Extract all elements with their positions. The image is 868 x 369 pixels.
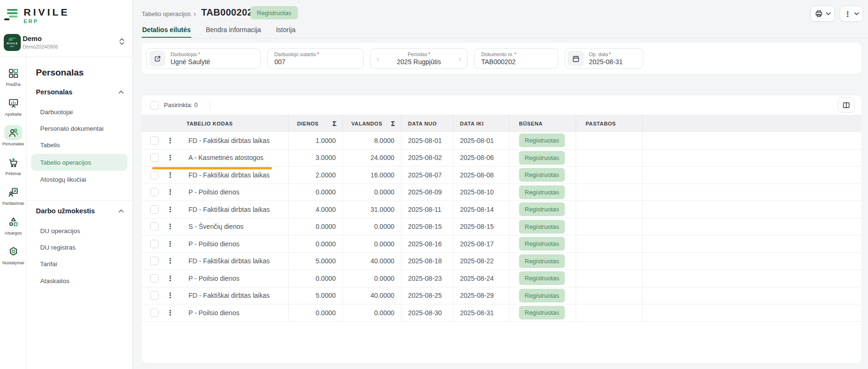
- workspace-code: Demo20240906: [23, 44, 58, 50]
- row-checkbox[interactable]: [150, 171, 159, 179]
- table-row[interactable]: ⋮FD - Faktiškai dirbtas laikas 1.0000 8.…: [142, 132, 861, 150]
- table-row[interactable]: ⋮P - Poilsio dienos 0.0000 0.0000 2025-0…: [142, 270, 861, 287]
- external-link-icon[interactable]: [149, 50, 165, 67]
- row-menu-icon[interactable]: ⋮: [167, 222, 173, 231]
- row-checkbox[interactable]: [150, 257, 159, 265]
- row-checkbox[interactable]: [150, 274, 159, 283]
- selected-count-label: Pasirinkta: 0: [164, 101, 198, 109]
- columns-toggle-button[interactable]: [838, 97, 855, 113]
- rail-item-nustatymai[interactable]: Nustatymai: [0, 244, 26, 274]
- row-data-iki: 2025-08-08: [453, 167, 509, 184]
- sum-icon[interactable]: Σ: [332, 120, 337, 127]
- col-data-nuo[interactable]: DATA NUO: [401, 115, 453, 132]
- rail-item-pirkimai[interactable]: Pirkimai: [0, 155, 26, 184]
- sidebar-section-darbo-uzmokestis[interactable]: Darbo užmokestis: [36, 205, 124, 217]
- calendar-icon[interactable]: [568, 50, 584, 67]
- rail-item-personalas[interactable]: Personalas: [0, 125, 26, 155]
- row-empty: [642, 167, 861, 184]
- row-valandos: 0.0000: [342, 235, 401, 252]
- row-checkbox[interactable]: [150, 309, 159, 317]
- row-menu-icon[interactable]: ⋮: [167, 309, 173, 317]
- rail-item-pardavimai[interactable]: Pardavimai: [0, 184, 26, 214]
- dokumento-nr-field[interactable]: Dokumento nr.* TAB000202: [474, 48, 558, 69]
- row-menu-icon[interactable]: ⋮: [167, 240, 173, 248]
- row-pastabos: [576, 287, 642, 304]
- col-data-iki[interactable]: DATA IKI: [453, 115, 509, 132]
- row-kodas: FD - Faktiškai dirbtas laikas: [188, 137, 270, 144]
- sidebar-item-du-registras[interactable]: DU registras: [31, 239, 128, 256]
- tab-istorija[interactable]: Istorija: [275, 23, 296, 38]
- menu-toggle-icon[interactable]: [4, 8, 19, 22]
- field-label: Periodas*: [371, 51, 467, 57]
- rail-item-atsargos[interactable]: Atsargos: [0, 214, 26, 244]
- op-data-field[interactable]: Op. data* 2025-08-31: [565, 48, 643, 69]
- sidebar-item-tabelio-operacijos[interactable]: Tabelio operacijos: [31, 154, 128, 171]
- row-menu-icon[interactable]: ⋮: [167, 291, 173, 300]
- table-row[interactable]: ⋮P - Poilsio dienos 0.0000 0.0000 2025-0…: [142, 304, 861, 322]
- col-pastabos[interactable]: PASTABOS: [576, 115, 642, 132]
- row-data-iki: 2025-08-29: [453, 287, 509, 304]
- col-dienos[interactable]: DIENOSΣ: [288, 115, 342, 132]
- sidebar-item-ataskaitos[interactable]: Ataskaitos: [31, 272, 128, 289]
- rail-item-pradzia[interactable]: Pradžia: [0, 66, 26, 95]
- row-busena: Registruotas: [509, 167, 576, 184]
- row-kodas: P - Poilsio dienos: [188, 240, 239, 248]
- row-kodas: FD - Faktiškai dirbtas laikas: [188, 257, 270, 265]
- row-checkbox[interactable]: [150, 291, 159, 300]
- sidebar-item-du-operacijos[interactable]: DU operacijos: [31, 222, 128, 239]
- row-valandos: 40.0000: [342, 253, 401, 270]
- tab-bar: Detalios eilutės Bendra informacija Isto…: [133, 23, 868, 38]
- print-button[interactable]: [810, 6, 835, 22]
- row-checkbox[interactable]: [150, 153, 159, 162]
- brand-logo: RIVILE ERP: [24, 7, 70, 24]
- row-pastabos: [576, 167, 642, 184]
- rail-item-apskaita[interactable]: Apskaita: [0, 95, 26, 125]
- row-checkbox[interactable]: [150, 205, 159, 214]
- row-menu-icon[interactable]: ⋮: [167, 188, 173, 196]
- col-busena[interactable]: BŪSENA: [509, 115, 576, 132]
- row-checkbox[interactable]: [150, 222, 159, 231]
- sidebar-item-darbuotojai[interactable]: Darbuotojai: [31, 103, 128, 120]
- more-actions-button[interactable]: ⋮: [840, 6, 863, 22]
- sidebar-item-atostogu-likuciai[interactable]: Atostogų likučiai: [31, 171, 128, 188]
- col-valandos[interactable]: VALANDOSΣ: [342, 115, 401, 132]
- row-menu-icon[interactable]: ⋮: [167, 171, 173, 179]
- table-row[interactable]: ⋮P - Poilsio dienos 0.0000 0.0000 2025-0…: [142, 235, 861, 253]
- periodas-field[interactable]: ‹ Periodas* 2025 Rugpjūtis ›: [370, 48, 468, 69]
- row-kodas: FD - Faktiškai dirbtas laikas: [188, 292, 270, 299]
- table-row[interactable]: ⋮FD - Faktiškai dirbtas laikas 4.0000 31…: [142, 201, 861, 218]
- row-menu-icon[interactable]: ⋮: [167, 257, 173, 265]
- row-pastabos: [576, 201, 642, 218]
- table-row[interactable]: ⋮FD - Faktiškai dirbtas laikas 5.0000 40…: [142, 287, 861, 305]
- breadcrumb[interactable]: Tabelio operacijos: [142, 10, 191, 17]
- row-checkbox[interactable]: [150, 136, 159, 145]
- brand-name: RIVILE: [24, 7, 70, 17]
- tab-detalios-eilutes[interactable]: Detalios eilutės: [142, 23, 191, 38]
- sidebar-section-personalas[interactable]: Personalas: [36, 86, 124, 98]
- sidebar-item-tabelis[interactable]: Tabelis: [31, 136, 128, 153]
- chevron-right-icon[interactable]: ›: [456, 49, 464, 69]
- sum-icon[interactable]: Σ: [391, 120, 395, 127]
- sidebar-item-personalo-dokumentai[interactable]: Personalo dokumentai: [31, 120, 128, 137]
- col-empty: [642, 115, 861, 132]
- workspace-switcher-icon[interactable]: [119, 38, 125, 45]
- table-row[interactable]: ⋮A - Kasmetinės atostogos 3.0000 24.0000…: [142, 150, 861, 167]
- darbuotojas-field[interactable]: Darbuotojas* Ugnė Saulytė: [146, 48, 261, 69]
- col-tabelio-kodas[interactable]: TABELIO KODAS: [142, 115, 288, 132]
- table-row[interactable]: ⋮FD - Faktiškai dirbtas laikas 5.0000 40…: [142, 253, 861, 270]
- row-data-nuo: 2025-08-18: [401, 253, 453, 270]
- table-row[interactable]: ⋮P - Poilsio dienos 0.0000 0.0000 2025-0…: [142, 184, 861, 201]
- sidebar-menu: Personalas Personalas Darbuotojai Person…: [26, 57, 132, 369]
- row-menu-icon[interactable]: ⋮: [167, 136, 173, 145]
- sidebar-item-tarifai[interactable]: Tarifai: [31, 255, 128, 272]
- select-all-checkbox[interactable]: [150, 101, 159, 109]
- darbuotojo-sutartis-field[interactable]: Darbuotojo sutartis* 007: [267, 48, 364, 69]
- row-menu-icon[interactable]: ⋮: [167, 153, 173, 162]
- row-menu-icon[interactable]: ⋮: [167, 205, 173, 214]
- row-menu-icon[interactable]: ⋮: [167, 274, 173, 283]
- tab-bendra-informacija[interactable]: Bendra informacija: [205, 23, 262, 38]
- row-valandos: 0.0000: [342, 304, 401, 321]
- row-checkbox[interactable]: [150, 240, 159, 248]
- row-checkbox[interactable]: [150, 188, 159, 196]
- table-row[interactable]: ⋮S - Švenčių dienos 0.0000 0.0000 2025-0…: [142, 218, 861, 236]
